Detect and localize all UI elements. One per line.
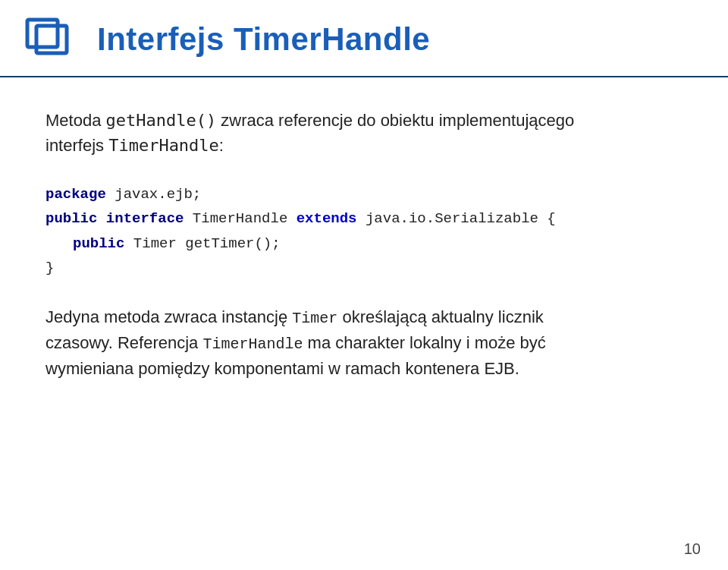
code-method-line: Timer getTimer();: [133, 235, 281, 252]
body-line3: wymieniana pomiędzy komponentami w ramac…: [46, 359, 519, 378]
slide-container: Interfejs TimerHandle Metoda getHandle()…: [0, 0, 728, 570]
intro-text-after-method: zwraca referencje do obiektu implementuj…: [216, 111, 574, 130]
logo-icon: [23, 17, 76, 62]
slide-header: Interfejs TimerHandle: [0, 0, 728, 77]
page-number: 10: [684, 540, 701, 558]
code-keyword-package: package: [46, 186, 106, 203]
code-closing-brace: }: [46, 260, 54, 276]
body-timerhandle-mono: TimerHandle: [202, 335, 303, 353]
body-line1-end: określającą aktualny licznik: [337, 307, 543, 326]
code-interface-name: TimerHandle: [193, 210, 297, 227]
intro-interface-code: TimerHandle: [108, 136, 219, 155]
code-line-1: package javax.ejb;: [46, 182, 682, 206]
code-line-2: public interface TimerHandle extends jav…: [46, 206, 682, 231]
code-line-3: public Timer getTimer();: [46, 231, 682, 256]
svg-rect-1: [27, 20, 58, 47]
code-package-name: javax.ejb;: [106, 186, 201, 203]
slide-content: Metoda getHandle() zwraca referencje do …: [0, 77, 728, 405]
intro-method-code: getHandle(): [106, 111, 217, 130]
body-line2-start: czasowy. Referencja: [46, 333, 202, 352]
intro-text-before-method: Metoda: [46, 111, 106, 130]
body-line1-start: Jedyna metoda zwraca instancję: [46, 307, 292, 326]
intro-text-interface-prefix: interfejs: [46, 136, 108, 155]
code-extends-rest: java.io.Serializable {: [366, 210, 556, 227]
body-line2-end: ma charakter lokalny i może być: [303, 333, 545, 352]
code-keyword-interface: interface: [106, 210, 184, 227]
code-block: package javax.ejb; public interface Time…: [46, 182, 682, 280]
code-keyword-extends: extends: [297, 210, 357, 227]
code-keyword-public2: public: [73, 235, 124, 252]
svg-rect-0: [36, 26, 67, 53]
code-keyword-public1: public: [46, 210, 97, 227]
code-line-4: }: [46, 256, 682, 280]
page-title: Interfejs TimerHandle: [97, 21, 430, 58]
intro-colon: :: [219, 136, 224, 155]
body-timer-mono: Timer: [292, 310, 337, 327]
intro-paragraph: Metoda getHandle() zwraca referencje do …: [46, 108, 682, 158]
body-paragraph: Jedyna metoda zwraca instancję Timer okr…: [46, 304, 682, 382]
